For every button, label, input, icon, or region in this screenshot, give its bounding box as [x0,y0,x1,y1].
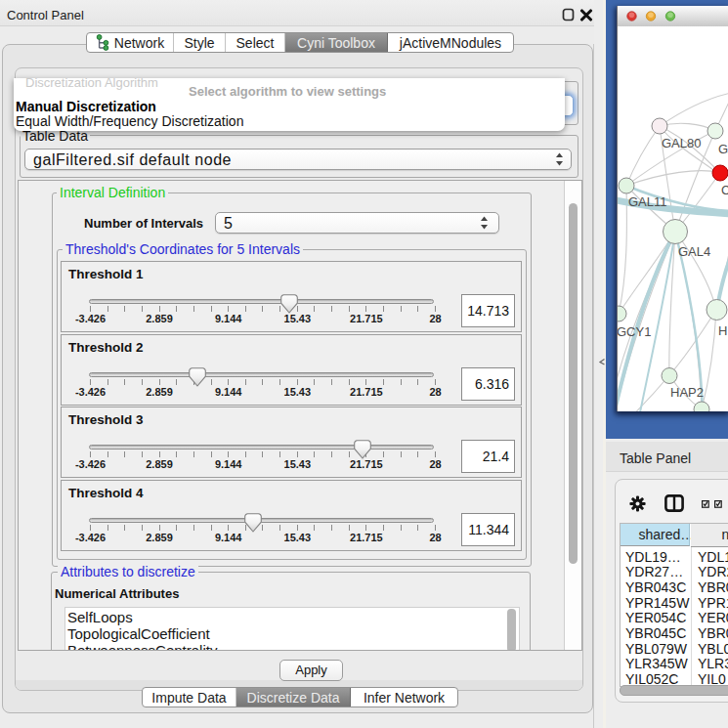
svg-text:H: H [718,323,727,338]
svg-text:GA: GA [718,142,728,156]
svg-text:GAL11: GAL11 [628,194,667,209]
svg-text:GCY1: GCY1 [618,324,651,339]
svg-text:HAP2: HAP2 [670,385,704,400]
svg-text:C: C [721,183,728,197]
svg-text:GAL4: GAL4 [678,244,710,259]
svg-text:GAL80: GAL80 [662,136,701,150]
